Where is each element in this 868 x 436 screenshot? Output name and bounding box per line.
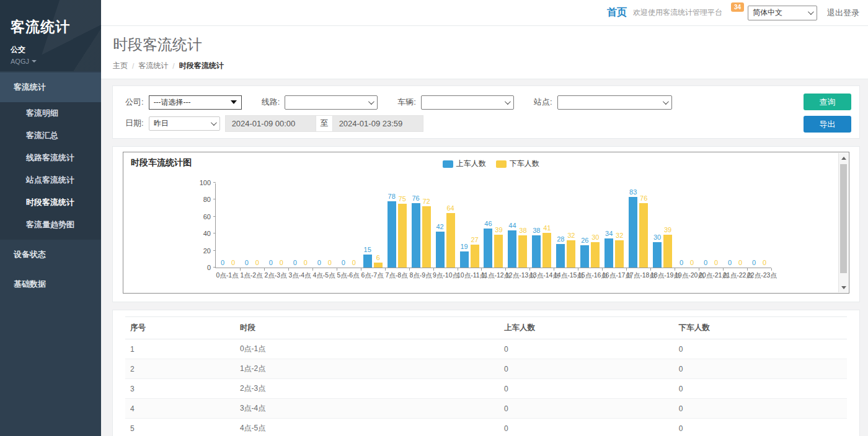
chart-bar <box>591 242 600 268</box>
bar-value-label: 32 <box>616 232 623 240</box>
dropdown-triangle-icon <box>231 100 237 104</box>
sidebar-subitem[interactable]: 线路客流统计 <box>0 147 101 169</box>
chart-bar-wrap: 38 <box>532 227 541 268</box>
sidebar-subitem[interactable]: 站点客流统计 <box>0 169 101 191</box>
table-row: 21点-2点00 <box>125 359 847 379</box>
breadcrumb-home[interactable]: 主页 <box>113 61 128 71</box>
table-cell: 3 <box>125 379 235 399</box>
x-axis-tick-label: 0点-1点 <box>215 271 239 280</box>
date-label: 日期: <box>125 118 144 129</box>
legend-swatch <box>496 160 507 168</box>
y-axis-tick-label: 60 <box>190 213 211 220</box>
chart-bar-wrap: 76 <box>639 194 648 268</box>
bar-value-label: 30 <box>653 233 661 242</box>
chart-bar-wrap: 72 <box>422 198 431 268</box>
bar-value-label: 83 <box>629 188 637 196</box>
chart-bar-group: 00 <box>240 183 264 268</box>
chart-legend: 上车人数下车人数 <box>443 159 539 169</box>
company-select[interactable]: ---请选择--- <box>149 95 242 110</box>
time-period-table: 序号时段上车人数下车人数 10点-1点0021点-2点0032点-3点0043点… <box>125 316 847 436</box>
line-select[interactable] <box>285 95 378 110</box>
chart-bar-wrap: 30 <box>653 233 662 268</box>
table-cell: 0 <box>674 339 847 359</box>
query-button[interactable]: 查询 <box>804 94 851 110</box>
chart-bar-group: 4438 <box>505 183 529 268</box>
table-body: 10点-1点0021点-2点0032点-3点0043点-4点0054点-5点00… <box>125 339 847 436</box>
table-row: 32点-3点00 <box>125 379 847 399</box>
y-axis-tick-label: 80 <box>190 196 211 203</box>
breadcrumb-passenger-stats[interactable]: 客流统计 <box>138 61 168 71</box>
chart-bar-wrap: 44 <box>508 222 516 268</box>
table-cell: 2点-3点 <box>235 379 499 399</box>
bar-value-label: 30 <box>591 233 599 242</box>
scroll-down-icon[interactable] <box>839 282 849 292</box>
date-from-input[interactable]: 2024-01-09 00:00 <box>225 115 316 132</box>
sidebar-item-device-status[interactable]: 设备状态 <box>0 240 101 269</box>
sidebar-item-passenger-stats[interactable]: 客流统计 <box>0 72 101 102</box>
x-axis-tick-label: 13点-14点 <box>529 271 554 280</box>
bar-value-label: 46 <box>484 220 492 228</box>
sidebar-nav: 客流统计 客流明细客流汇总线路客流统计站点客流统计时段客流统计客流量趋势图 设备… <box>0 72 101 299</box>
date-to-input[interactable]: 2024-01-09 23:59 <box>332 115 423 132</box>
user-menu[interactable]: AQGJ <box>11 58 101 65</box>
page-heading: 时段客流统计 主页 / 客流统计 / 时段客流统计 <box>101 26 868 79</box>
bar-value-label: 38 <box>519 227 526 235</box>
chart-bar-wrap: 0 <box>701 259 710 268</box>
language-value: 简体中文 <box>753 7 782 18</box>
chart-scrollbar[interactable] <box>838 153 848 292</box>
chart-bar-group: 00 <box>264 183 288 268</box>
chevron-down-icon <box>505 98 511 105</box>
notification-badge[interactable]: 34 <box>731 2 744 12</box>
chart-bar <box>412 203 420 268</box>
chart-bar-wrap: 0 <box>315 259 324 268</box>
language-select[interactable]: 简体中文 <box>748 6 817 20</box>
bar-value-label: 0 <box>269 259 273 267</box>
chart-bar <box>663 235 672 268</box>
filter-buttons: 查询 导出 <box>804 94 851 133</box>
chart-bar <box>542 233 551 268</box>
logout-link[interactable]: 退出登录 <box>827 7 859 19</box>
chart-bar-wrap: 0 <box>750 259 758 268</box>
chart-bar <box>363 255 372 268</box>
scrollbar-thumb[interactable] <box>840 164 847 273</box>
table-panel: 序号时段上车人数下车人数 10点-1点0021点-2点0032点-3点0043点… <box>112 310 860 436</box>
chart-bar-wrap: 0 <box>688 259 696 268</box>
date-preset-select[interactable]: 昨日 <box>149 116 220 131</box>
table-cell: 0 <box>674 399 847 419</box>
table-cell: 0 <box>674 419 847 436</box>
chart-bar-group: 7672 <box>409 183 433 268</box>
sidebar-subitem[interactable]: 时段客流统计 <box>0 191 101 214</box>
sidebar-subitem[interactable]: 客流明细 <box>0 102 101 124</box>
sidebar-submenu: 客流明细客流汇总线路客流统计站点客流统计时段客流统计客流量趋势图 <box>0 102 101 240</box>
bar-value-label: 19 <box>460 243 467 251</box>
main-area: 首页 欢迎使用客流统计管理平台 34 简体中文 退出登录 时段客流统计 主页 /… <box>101 0 868 436</box>
vehicle-select[interactable] <box>421 95 514 110</box>
chart-bar-group: 8376 <box>626 183 650 268</box>
chart-bar-group: 1927 <box>458 183 482 268</box>
sidebar-subitem[interactable]: 客流量趋势图 <box>0 214 101 236</box>
sidebar-item-base-data[interactable]: 基础数据 <box>0 269 101 299</box>
bar-value-label: 0 <box>231 259 235 267</box>
chart-bar <box>508 230 516 268</box>
x-axis-tick-label: 1点-2点 <box>239 271 264 280</box>
chart-bar-wrap: 0 <box>736 259 745 268</box>
bar-value-label: 15 <box>364 246 371 254</box>
bar-value-label: 0 <box>280 259 283 267</box>
bar-value-label: 0 <box>221 259 224 267</box>
table-row: 10点-1点00 <box>125 339 847 359</box>
table-cell: 2 <box>125 359 235 379</box>
topbar: 首页 欢迎使用客流统计管理平台 34 简体中文 退出登录 <box>101 0 868 26</box>
scroll-up-icon[interactable] <box>839 153 849 163</box>
filter-panel: 公司: ---请选择--- 线路: 车辆: 站点: <box>112 85 860 139</box>
sidebar-subitem[interactable]: 客流汇总 <box>0 124 101 147</box>
legend-item[interactable]: 上车人数 <box>443 159 486 169</box>
home-link[interactable]: 首页 <box>607 6 627 19</box>
chart-bar-group: 2630 <box>578 183 602 268</box>
bar-value-label: 0 <box>342 259 345 267</box>
bar-value-label: 0 <box>738 259 742 267</box>
table-cell: 0 <box>499 339 674 359</box>
export-button[interactable]: 导出 <box>804 116 851 133</box>
legend-item[interactable]: 下车人数 <box>496 159 539 169</box>
chart-bar-wrap: 0 <box>301 259 310 268</box>
station-select[interactable] <box>557 95 672 110</box>
